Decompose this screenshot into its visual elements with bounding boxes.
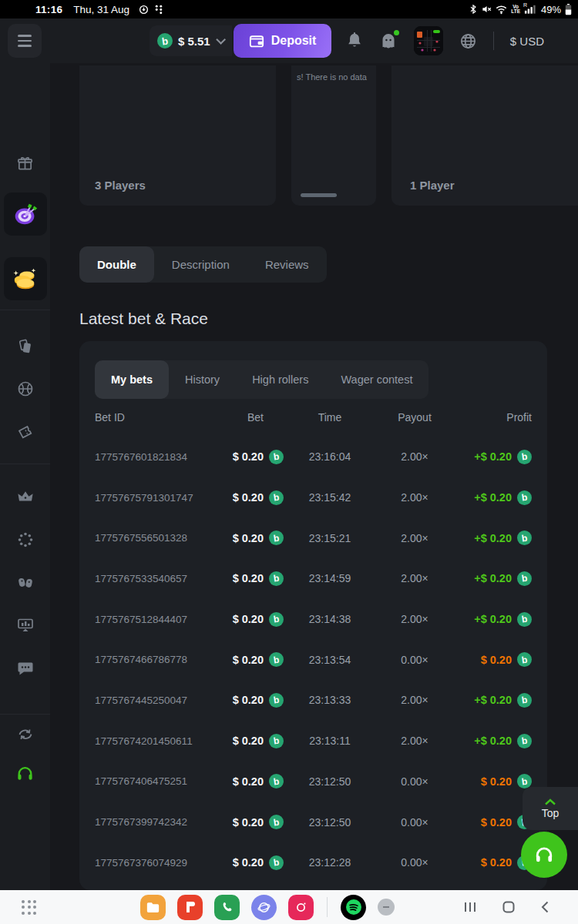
bet-time: 23:14:59 (284, 572, 376, 584)
game-card-middle[interactable]: s! There is no data (291, 65, 376, 206)
home-button[interactable] (502, 901, 515, 913)
status-date: Thu, 31 Aug (73, 4, 129, 15)
table-header: Bet ID Bet Time Payout Profit (95, 409, 532, 426)
notifications-button[interactable] (346, 32, 363, 50)
app-icon-phone[interactable] (214, 895, 240, 920)
scrollbar-thumb[interactable] (301, 193, 337, 197)
bet-time: 23:15:21 (284, 532, 376, 544)
sidebar-item-support[interactable] (0, 764, 50, 783)
app-icon-recent[interactable] (378, 899, 395, 916)
bet-payout: 0.00× (376, 856, 453, 869)
tab-my-bets[interactable]: My bets (95, 360, 169, 399)
back-button[interactable] (541, 901, 549, 913)
sidebar-item-affiliate[interactable] (0, 725, 50, 743)
app-icon-red[interactable] (177, 895, 203, 920)
col-profit: Profit (453, 411, 532, 424)
avatar[interactable] (414, 26, 443, 55)
sidebar-item-coins[interactable] (0, 257, 50, 300)
chat-button[interactable] (379, 32, 398, 51)
back-to-top-button[interactable]: Top (523, 787, 578, 830)
bluetooth-icon (469, 4, 477, 15)
currency-selector[interactable]: $ USD (510, 35, 544, 48)
table-row[interactable]: 1775767556501328 $ 0.20 23:15:21 2.00× +… (95, 517, 532, 558)
sidebar-item-lottery[interactable] (0, 423, 50, 441)
sidebar-item-bonus[interactable] (0, 155, 50, 172)
sidebar-item-casino[interactable] (0, 337, 50, 355)
table-row[interactable]: 1775767406475251 $ 0.20 23:12:50 0.00× $… (95, 762, 532, 802)
app-icon-internet[interactable] (251, 895, 277, 920)
battery-percent: 49% (541, 4, 561, 15)
support-fab[interactable] (521, 832, 567, 878)
coin-icon (517, 450, 532, 464)
table-row[interactable]: 1775767512844407 $ 0.20 23:14:38 2.00× +… (95, 599, 532, 640)
bet-time: 23:13:54 (284, 654, 376, 666)
bet-profit: +$ 0.20 (474, 735, 512, 747)
coin-icon (269, 612, 284, 627)
wifi-icon (496, 5, 507, 15)
bet-payout: 2.00× (376, 735, 453, 747)
sidebar-item-sports[interactable] (0, 380, 50, 398)
table-row[interactable]: 17757674201450611 $ 0.20 23:13:11 2.00× … (95, 721, 532, 762)
tab-history[interactable]: History (169, 360, 236, 399)
game-card-left[interactable]: 3 Players (79, 65, 276, 206)
sidebar-item-community[interactable] (0, 531, 50, 549)
menu-button[interactable] (8, 24, 42, 58)
sidebar-item-forum[interactable] (0, 659, 50, 678)
tab-double[interactable]: Double (79, 246, 154, 283)
game-card-right[interactable]: 1 Player (391, 65, 578, 206)
sidebar-item-battles[interactable] (0, 574, 50, 592)
tab-reviews[interactable]: Reviews (247, 246, 327, 283)
language-button[interactable] (459, 32, 477, 50)
system-status-icons: Vo LTE R 49% (469, 4, 572, 15)
sidebar-item-desktop[interactable] (0, 616, 50, 634)
sidebar-item-originals[interactable] (0, 192, 50, 236)
app-icon-camera[interactable] (288, 895, 314, 920)
bet-profit: +$ 0.20 (474, 694, 512, 706)
bet-amount: $ 0.20 (233, 654, 264, 666)
bet-amount: $ 0.20 (233, 856, 264, 869)
bet-time: 23:13:33 (284, 694, 376, 706)
col-payout: Payout (376, 411, 453, 424)
bet-payout: 2.00× (376, 572, 453, 584)
recents-button[interactable] (464, 902, 476, 912)
sidebar-item-vip[interactable] (0, 487, 50, 506)
chevron-down-icon (216, 35, 226, 45)
table-row[interactable]: 1775767466786778 $ 0.20 23:13:54 0.00× $… (95, 639, 532, 680)
tab-description[interactable]: Description (154, 246, 247, 283)
bet-payout: 2.00× (376, 532, 453, 544)
tab-high-rollers[interactable]: High rollers (236, 360, 324, 399)
table-row[interactable]: 1775767601821834 $ 0.20 23:16:04 2.00× +… (95, 437, 532, 477)
app-icon-files[interactable] (140, 895, 166, 920)
col-bet: Bet (214, 411, 284, 424)
tab-wager-contest[interactable]: Wager contest (324, 360, 428, 399)
table-row[interactable]: 17757675791301747 $ 0.20 23:15:42 2.00× … (95, 477, 532, 518)
divider (0, 310, 50, 310)
divider (0, 464, 50, 464)
app-icon-spotify[interactable] (341, 895, 366, 920)
bet-time: 23:15:42 (284, 491, 376, 504)
bet-amount: $ 0.20 (233, 816, 264, 829)
bets-panel: My bets History High rollers Wager conte… (79, 341, 547, 890)
apps-grid-button[interactable] (22, 900, 36, 915)
bet-profit: +$ 0.20 (474, 572, 512, 584)
bet-amount: $ 0.20 (233, 491, 264, 504)
bet-payout: 0.00× (376, 775, 453, 788)
coin-icon (269, 693, 284, 708)
ticket-icon (16, 423, 35, 441)
more-notifications-icon (154, 5, 163, 15)
game-tabs: Double Description Reviews (79, 246, 327, 283)
deposit-label: Deposit (271, 34, 317, 48)
table-row[interactable]: 1775767376074929 $ 0.20 23:12:28 0.00× $… (95, 842, 532, 883)
desktop-icon (16, 616, 35, 634)
deposit-button[interactable]: Deposit (234, 24, 332, 58)
table-row[interactable]: 1775767533540657 $ 0.20 23:14:59 2.00× +… (95, 558, 532, 599)
bet-id: 1775767533540657 (95, 573, 197, 584)
table-row[interactable]: 1775767445250047 $ 0.20 23:13:33 2.00× +… (95, 680, 532, 721)
volume-muted-icon (481, 4, 492, 15)
chevron-up-icon (544, 798, 556, 805)
coin-icon (269, 450, 284, 464)
balance-selector[interactable]: $ 5.51 (150, 25, 232, 56)
col-time: Time (284, 411, 376, 424)
dots-circle-icon (16, 531, 35, 549)
table-row[interactable]: 1775767399742342 $ 0.20 23:12:50 0.00× $… (95, 802, 532, 842)
